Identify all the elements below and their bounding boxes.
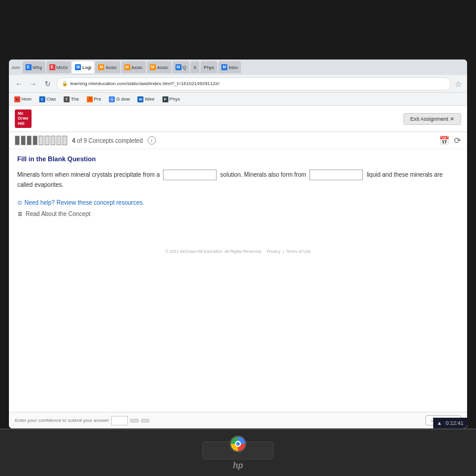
bookmark-hom[interactable]: H Hom [11, 96, 35, 103]
bookmark-the[interactable]: T The [61, 96, 82, 103]
bottom-bar: Enter your confidence to submit your ans… [9, 412, 467, 428]
tab-q-favicon: M [176, 64, 181, 70]
progress-seg-4 [33, 136, 37, 145]
wifi-icon: ▲ [437, 420, 442, 426]
bookmark-pre-label: Pre [94, 96, 101, 102]
tab-why-label: Why [33, 65, 42, 70]
blank-input-1[interactable] [163, 170, 217, 180]
back-button[interactable]: ← [14, 80, 24, 88]
tab-q[interactable]: M Q [173, 61, 189, 73]
read-concept-link[interactable]: 🗎 Read About the Concept [17, 211, 459, 217]
page-content: Mc Graw Hill Exit Assignment ✕ [9, 106, 467, 428]
bookmark-wee-label: Wee [145, 96, 154, 102]
refresh-circle-icon[interactable]: ⟳ [454, 136, 461, 145]
clock-display: 0:12:41 [446, 420, 464, 426]
status-bar: ▲ 0:12:41 [433, 418, 467, 428]
bookmark-dow[interactable]: G G dow [106, 96, 133, 103]
tab-inbox-favicon: M [221, 64, 227, 70]
calendar-icon[interactable]: 📅 [439, 136, 449, 145]
question-body: Minerals form when mineral crystals prec… [17, 170, 459, 190]
help-section: ⊙ Need help? Review these concept resour… [17, 199, 459, 217]
read-icon: 🗎 [17, 211, 23, 217]
url-text: learning.mheducation.com/static/awd/inde… [70, 81, 220, 86]
tab-inbox[interactable]: M Inbo [218, 61, 241, 73]
tab-active-favicon: M [75, 64, 81, 70]
progress-seg-2 [21, 136, 26, 145]
browser-window: Join E Why E McGr M Logi M Assic M Assic [9, 60, 467, 428]
tab-assic3-favicon: M [150, 64, 156, 70]
progress-seg-3 [27, 136, 32, 145]
confidence-input[interactable] [111, 416, 128, 425]
chrome-inner [235, 441, 241, 447]
bookmark-pre[interactable]: 🍎 Pre [84, 96, 104, 103]
bookmark-pre-favicon: 🍎 [87, 96, 93, 102]
tab-assic3-label: Assic [157, 65, 168, 70]
screen-bezel: Join E Why E McGr M Logi M Assic M Assic [9, 60, 467, 428]
join-button[interactable]: Join [11, 65, 20, 70]
mh-logo: Mc Graw Hill [15, 109, 32, 128]
bookmark-clas[interactable]: C Clas [36, 96, 59, 103]
privacy-link[interactable]: Privacy [267, 249, 280, 253]
tab-assic2-favicon: M [124, 64, 130, 70]
confidence-btn-1[interactable] [130, 419, 139, 422]
tab-assic2[interactable]: M Assic [121, 61, 146, 73]
logo-graw: Graw [18, 116, 29, 120]
refresh-button[interactable]: ↻ [42, 80, 53, 88]
help-toggle[interactable]: ⊙ Need help? Review these concept resour… [17, 199, 459, 206]
logo-hill: Hill [18, 121, 24, 126]
tabs-bar: Join E Why E McGr M Logi M Assic M Assic [9, 60, 467, 75]
progress-seg-9 [62, 136, 67, 145]
tab-why[interactable]: E Why [23, 61, 45, 73]
bookmark-star-icon[interactable]: ☆ [455, 79, 462, 89]
read-concept-label: Read About the Concept [26, 211, 90, 217]
info-icon[interactable]: i [148, 136, 156, 145]
terms-link[interactable]: Terms of Use [286, 249, 311, 253]
bookmark-dow-label: G dow [116, 96, 130, 102]
tab-mcgr-favicon: E [49, 64, 55, 70]
tab-assic2-label: Assic [131, 65, 143, 70]
tab-phys[interactable]: Phys [201, 61, 217, 73]
bookmark-wee[interactable]: W Wee [134, 96, 157, 103]
bookmark-the-label: The [71, 96, 79, 102]
question-title: Fill in the Blank Question [17, 155, 459, 162]
tab-q-label: Q [183, 65, 186, 70]
bookmark-phys[interactable]: P Phys [159, 96, 183, 103]
progress-seg-5 [39, 136, 43, 145]
tab-assic3[interactable]: M Assic [147, 61, 171, 73]
tab-assic1[interactable]: M Assic [95, 61, 120, 73]
progress-area: 4 of 9 Concepts completed i 📅 ⟳ [9, 132, 467, 149]
lock-icon: 🔒 [62, 81, 68, 86]
help-toggle-label: Need help? Review these concept resource… [24, 199, 144, 206]
tab-assic1-favicon: M [98, 64, 104, 70]
tab-phys-label: Phys [203, 65, 214, 70]
tab-active-label: Logi [82, 65, 91, 70]
address-bar: ← → ↻ 🔒 learning.mheducation.com/static/… [9, 75, 467, 93]
progress-bars [15, 136, 67, 145]
bookmark-the-favicon: T [64, 96, 70, 102]
bookmark-clas-label: Clas [46, 96, 56, 102]
bookmarks-bar: H Hom C Clas T The 🍎 Pre G G dow W Wee [9, 93, 467, 106]
progress-seg-1 [15, 136, 20, 145]
chrome-button[interactable] [230, 436, 246, 452]
progress-count: 4 of 9 Concepts completed [72, 137, 143, 144]
confidence-prompt: Enter your confidence to submit your ans… [15, 418, 109, 423]
confidence-btn-2[interactable] [141, 419, 149, 422]
tab-why-favicon: E [26, 64, 32, 70]
tab-x[interactable]: X [190, 61, 199, 73]
forward-button[interactable]: → [28, 80, 39, 88]
question-area: Fill in the Blank Question Minerals form… [9, 149, 467, 223]
question-text-before: Minerals form when mineral crystals prec… [17, 171, 160, 178]
tab-active[interactable]: M Logi [72, 61, 94, 73]
exit-assignment-button[interactable]: Exit Assignment ✕ [403, 113, 461, 125]
hp-logo-area: hp [233, 461, 243, 470]
tab-x-label: X [193, 65, 196, 70]
progress-right-icons: 📅 ⟳ [439, 136, 461, 145]
tab-mcgr-label: McGr [57, 65, 68, 70]
bookmark-hom-label: Hom [21, 96, 32, 102]
confidence-area: Enter your confidence to submit your ans… [15, 416, 149, 425]
blank-input-2[interactable] [309, 170, 363, 180]
url-bar[interactable]: 🔒 learning.mheducation.com/static/awd/in… [57, 77, 451, 90]
tab-mcgr[interactable]: E McGr [46, 61, 71, 73]
help-chevron-icon: ⊙ [17, 199, 22, 206]
bookmark-phys-favicon: P [162, 96, 168, 102]
